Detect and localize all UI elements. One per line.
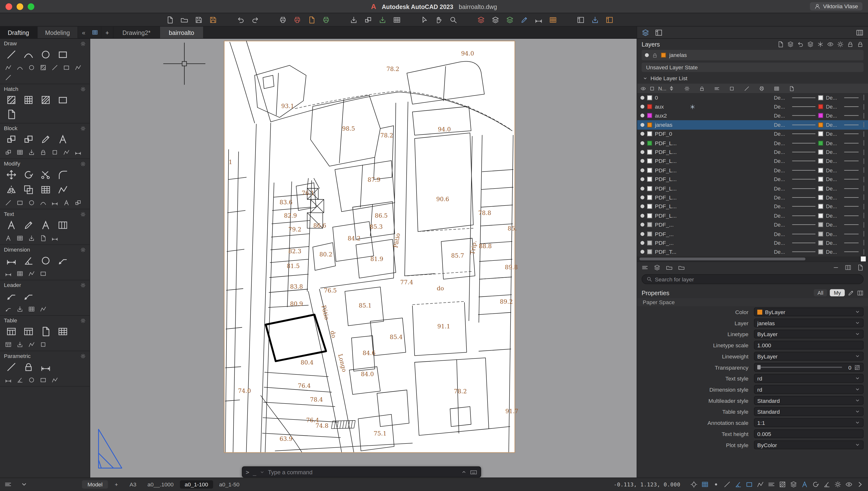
layer-row-PDF_L...[interactable]: PDF_L...De...De... xyxy=(637,211,868,220)
tool-leader[interactable] xyxy=(4,305,13,313)
minimize-window-button[interactable] xyxy=(17,3,23,10)
section-settings-icon[interactable] xyxy=(80,353,86,359)
tool-hatch2[interactable] xyxy=(21,93,35,106)
section-settings-icon[interactable] xyxy=(80,86,86,92)
group-filter-icon[interactable] xyxy=(666,264,673,270)
layer-row-PDF_L...[interactable]: PDF_L...De...De... xyxy=(637,184,868,193)
tool-pline[interactable] xyxy=(27,269,36,278)
annotation-visibility-icon[interactable] xyxy=(801,481,808,488)
tool-grid[interactable] xyxy=(16,148,25,156)
layer-on-dot[interactable] xyxy=(641,150,645,154)
layout-tab-a0_1-100[interactable]: a0_1-100 xyxy=(180,480,213,489)
layer-vp-color-chip[interactable] xyxy=(818,104,823,109)
layer-isolate-icon[interactable] xyxy=(506,16,514,24)
plot-preview-icon[interactable] xyxy=(293,16,301,24)
layer-table-header[interactable]: N... xyxy=(637,84,868,93)
tool-circle[interactable] xyxy=(38,48,53,61)
expand-history-icon[interactable] xyxy=(461,469,467,475)
tool-block[interactable] xyxy=(73,198,83,206)
layer-filters-icon[interactable] xyxy=(654,264,660,270)
layer-row-0[interactable]: 0De...De... xyxy=(637,93,868,102)
command-line[interactable]: > _ Type a command xyxy=(242,466,481,478)
dropdown-caret-icon[interactable] xyxy=(855,442,860,447)
layer-lock-icon[interactable] xyxy=(847,41,854,48)
tool-dim[interactable] xyxy=(4,254,18,267)
new-layout-button[interactable]: + xyxy=(113,481,120,487)
layer-unlock-icon[interactable] xyxy=(857,41,863,48)
tool-lock[interactable] xyxy=(39,148,48,156)
tool-move[interactable] xyxy=(4,168,18,181)
drawing-tab-drawing2[interactable]: Drawing2* xyxy=(114,27,160,38)
layer-color-chip[interactable] xyxy=(647,186,652,191)
close-window-button[interactable] xyxy=(6,3,12,10)
save-as-icon[interactable] xyxy=(209,16,217,24)
layer-vp-color-chip[interactable] xyxy=(818,240,823,246)
prop-control-linetype[interactable]: ByLayer xyxy=(754,329,864,339)
measure-icon[interactable] xyxy=(535,16,542,24)
layer-vp-color-chip[interactable] xyxy=(818,168,823,173)
tool-circle[interactable] xyxy=(27,198,36,206)
filter-all-button[interactable]: All xyxy=(813,289,827,296)
layer-color-chip[interactable] xyxy=(647,195,652,200)
tool-dim[interactable] xyxy=(4,269,13,278)
zoom-icon[interactable] xyxy=(450,16,457,24)
annotation-scale-icon[interactable] xyxy=(823,481,831,488)
tool-pline[interactable] xyxy=(73,63,83,71)
tool-text[interactable] xyxy=(62,198,71,206)
undo-icon[interactable] xyxy=(237,16,245,24)
panel-options-icon[interactable] xyxy=(857,289,863,296)
layout-tab-a0_1-50[interactable]: a0_1-50 xyxy=(214,480,244,489)
tool-text[interactable] xyxy=(4,219,18,232)
tool-block[interactable] xyxy=(4,148,13,156)
tool-sheet[interactable] xyxy=(4,108,18,121)
layer-vp-color-chip[interactable] xyxy=(818,141,823,146)
section-settings-icon[interactable] xyxy=(80,41,86,46)
prop-control-plot-style[interactable]: ByColor xyxy=(754,440,864,449)
layer-vp-color-chip[interactable] xyxy=(818,204,823,209)
tool-pline[interactable] xyxy=(39,305,48,313)
panel-menu-icon[interactable] xyxy=(857,264,863,270)
layer-row-PDF_L...[interactable]: PDF_L...De...De... xyxy=(637,138,868,147)
tool-leader[interactable] xyxy=(4,290,18,302)
layer-vp-color-chip[interactable] xyxy=(818,213,823,218)
section-settings-icon[interactable] xyxy=(80,318,86,323)
tool-text[interactable] xyxy=(56,133,70,146)
layer-on-dot[interactable] xyxy=(641,114,645,118)
layer-row-PDF_...[interactable]: PDF_...De...De... xyxy=(637,238,868,247)
name-column-header[interactable]: N... xyxy=(658,85,666,91)
layer-color-chip[interactable] xyxy=(647,240,652,246)
tool-pencil[interactable] xyxy=(21,219,35,232)
tool-grad[interactable] xyxy=(38,93,53,106)
insert-block-icon[interactable] xyxy=(364,16,372,24)
layout-tab-a0__.1000[interactable]: a0__.1000 xyxy=(143,480,179,489)
tab-modeling[interactable]: Modeling xyxy=(37,27,78,38)
grid-display-icon[interactable] xyxy=(702,481,709,488)
tool-grid[interactable] xyxy=(27,305,36,313)
tool-pline[interactable] xyxy=(62,148,71,156)
dropdown-caret-icon[interactable] xyxy=(855,309,860,315)
command-line-toggle-icon[interactable] xyxy=(4,481,11,488)
current-layer-row[interactable]: janelas xyxy=(642,50,864,60)
layer-vp-color-chip[interactable] xyxy=(818,149,823,155)
layer-row-PDF_L...[interactable]: PDF_L...De...De... xyxy=(637,148,868,156)
layer-vp-color-chip[interactable] xyxy=(818,132,823,137)
isolate-objects-icon[interactable] xyxy=(845,481,852,488)
tool-grid[interactable] xyxy=(38,183,53,196)
tool-sheet[interactable] xyxy=(38,325,53,338)
prop-control-transparency[interactable]: 0 xyxy=(754,363,864,372)
dropdown-caret-icon[interactable] xyxy=(855,353,860,359)
layer-row-PDF_L...[interactable]: PDF_L...De...De... xyxy=(637,156,868,166)
layer-on-all-icon[interactable] xyxy=(837,41,843,48)
tool-angle[interactable] xyxy=(16,376,25,384)
collapse-panel-icon[interactable] xyxy=(833,264,839,270)
dynamic-input-icon[interactable] xyxy=(690,481,698,488)
section-settings-icon[interactable] xyxy=(80,161,86,167)
layer-vp-color-chip[interactable] xyxy=(818,95,823,100)
selection-scope[interactable]: Paper Space xyxy=(637,298,868,306)
tool-rect[interactable] xyxy=(39,376,48,384)
tool-line[interactable] xyxy=(4,360,18,373)
tool-chipicon[interactable] xyxy=(39,340,48,348)
tool-block[interactable] xyxy=(4,133,18,146)
layer-on-dot[interactable] xyxy=(641,96,645,99)
layout-tab-A3[interactable]: A3 xyxy=(124,480,141,489)
